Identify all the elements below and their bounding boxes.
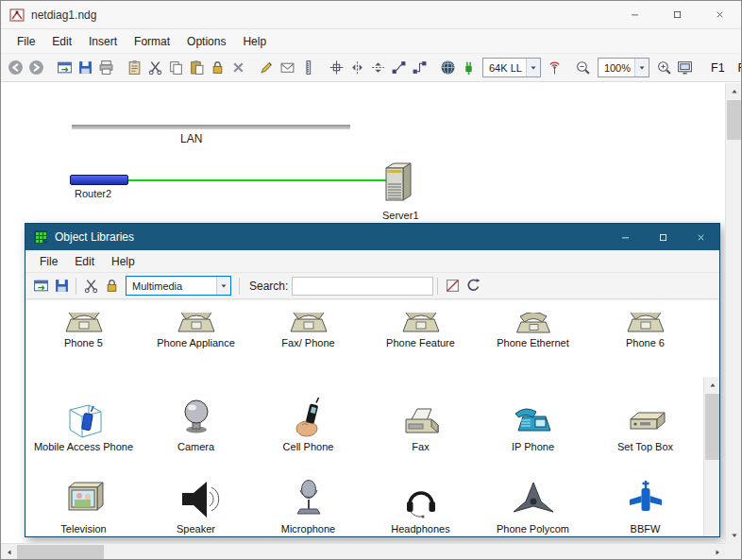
crosshair-icon[interactable] <box>326 58 346 78</box>
delete-icon[interactable] <box>228 58 248 78</box>
library-item-label: BBFW <box>631 523 661 535</box>
paste-board-icon[interactable] <box>124 58 144 78</box>
no-link-icon[interactable] <box>442 276 463 297</box>
main-toolbar: 64K LL 100% F1F2F3 <box>1 54 741 82</box>
lock-icon[interactable] <box>101 276 122 297</box>
library-close-button[interactable] <box>682 224 719 250</box>
bbfw-icon <box>621 476 670 521</box>
open-icon[interactable] <box>30 276 51 297</box>
desk-phone-icon <box>621 313 670 335</box>
link-straight-icon[interactable] <box>388 58 409 78</box>
mail-icon[interactable] <box>277 58 297 78</box>
library-item-label: Set Top Box <box>617 441 673 452</box>
lock-icon[interactable] <box>207 58 228 78</box>
connector-icon[interactable] <box>458 58 479 78</box>
menu-file[interactable]: File <box>8 31 43 52</box>
minimize-button[interactable] <box>614 1 656 28</box>
ruler-icon[interactable] <box>297 58 318 78</box>
pencil-icon[interactable] <box>256 58 277 78</box>
library-item[interactable]: IP Phone <box>477 352 589 456</box>
menu-options[interactable]: Options <box>178 31 234 52</box>
zoom-select[interactable]: 100% <box>598 58 649 77</box>
function-key-f1[interactable]: F1 <box>704 59 732 76</box>
lan-label: LAN <box>180 132 202 145</box>
library-scrollbar[interactable] <box>703 377 719 536</box>
library-scrollbar-thumb[interactable] <box>705 394 719 460</box>
library-maximize-button[interactable] <box>644 224 682 250</box>
save-icon[interactable] <box>75 58 95 78</box>
library-item-label: Cell Phone <box>283 441 334 452</box>
scroll-up-icon[interactable] <box>704 377 720 393</box>
library-item[interactable]: Mobile Access Phone <box>27 352 140 456</box>
horizontal-scrollbar[interactable] <box>1 543 725 559</box>
maximize-button[interactable] <box>656 1 699 28</box>
desk-phone-icon <box>172 313 221 335</box>
router-node[interactable] <box>70 175 128 185</box>
scroll-left-icon[interactable] <box>1 544 17 560</box>
cut-icon[interactable] <box>80 276 101 297</box>
fax-icon <box>396 394 446 439</box>
horizontal-scrollbar-thumb[interactable] <box>17 545 104 559</box>
library-menu-help[interactable]: Help <box>103 251 143 272</box>
library-item[interactable]: Fax/ Phone <box>252 300 364 352</box>
link-type-select[interactable]: 64K LL <box>482 58 541 77</box>
scroll-down-icon[interactable] <box>726 527 742 543</box>
library-menu-edit[interactable]: Edit <box>66 251 103 272</box>
scroll-up-icon[interactable] <box>726 83 742 99</box>
connection-line[interactable] <box>95 179 390 181</box>
library-item[interactable]: BBFW <box>589 456 701 538</box>
library-item[interactable]: Phone Appliance <box>140 300 252 352</box>
menu-insert[interactable]: Insert <box>80 31 126 52</box>
library-item[interactable]: Speaker <box>140 456 252 538</box>
library-item[interactable]: Microphone <box>252 456 364 538</box>
library-item[interactable]: Phone 6 <box>589 300 701 352</box>
library-item-label: Headphones <box>391 523 449 535</box>
library-item[interactable]: Phone Polycom <box>477 456 589 538</box>
server-node[interactable] <box>381 159 415 208</box>
library-item[interactable]: Phone Feature <box>364 300 477 352</box>
vertical-scrollbar[interactable] <box>725 83 741 543</box>
search-input[interactable] <box>292 277 433 296</box>
refresh-icon[interactable] <box>463 276 483 297</box>
save-icon[interactable] <box>51 276 72 297</box>
vertical-scrollbar-thumb[interactable] <box>727 100 741 140</box>
library-item[interactable]: Camera <box>140 352 252 456</box>
library-item[interactable]: Headphones <box>364 456 477 538</box>
ip-phone-icon <box>509 394 558 439</box>
library-item[interactable]: Cell Phone <box>252 352 364 456</box>
application-window: netdiag1.ndg FileEditInsertFormatOptions… <box>0 0 742 560</box>
globe-icon[interactable] <box>437 58 458 78</box>
function-key-f2[interactable]: F2 <box>732 59 742 76</box>
copy-icon[interactable] <box>165 58 186 78</box>
fit-screen-icon[interactable] <box>674 58 695 78</box>
menu-edit[interactable]: Edit <box>43 31 80 52</box>
scroll-right-icon[interactable] <box>709 544 725 560</box>
forward-icon[interactable] <box>25 58 46 78</box>
link-angled-icon[interactable] <box>409 58 430 78</box>
paste-icon[interactable] <box>186 58 207 78</box>
wireless-icon[interactable] <box>545 58 565 78</box>
flip-vertical-icon[interactable] <box>367 58 388 78</box>
zoom-in-icon[interactable] <box>653 58 674 78</box>
library-menu-file[interactable]: File <box>31 251 66 272</box>
menu-help[interactable]: Help <box>234 31 275 52</box>
library-item[interactable]: Television <box>27 456 140 538</box>
lan-segment[interactable] <box>72 125 350 129</box>
library-item[interactable]: Fax <box>364 352 477 456</box>
cut-icon[interactable] <box>144 58 165 78</box>
library-item[interactable]: Phone 5 <box>27 300 140 352</box>
print-icon[interactable] <box>95 58 116 78</box>
library-item[interactable]: Set Top Box <box>589 352 701 456</box>
close-button[interactable] <box>699 1 741 28</box>
menu-format[interactable]: Format <box>126 31 178 52</box>
back-icon[interactable] <box>5 58 25 78</box>
open-icon[interactable] <box>54 58 75 78</box>
zoom-out-icon[interactable] <box>573 58 594 78</box>
flip-horizontal-icon[interactable] <box>346 58 367 78</box>
library-category-select[interactable]: Multimedia <box>126 276 231 296</box>
library-titlebar[interactable]: Object Libraries <box>25 224 719 250</box>
library-minimize-button[interactable] <box>606 224 644 250</box>
library-item[interactable]: Phone Ethernet <box>477 300 589 352</box>
object-libraries-window: Object Libraries FileEditHelp Multimedia… <box>25 223 720 537</box>
library-category-value: Multimedia <box>126 280 216 292</box>
